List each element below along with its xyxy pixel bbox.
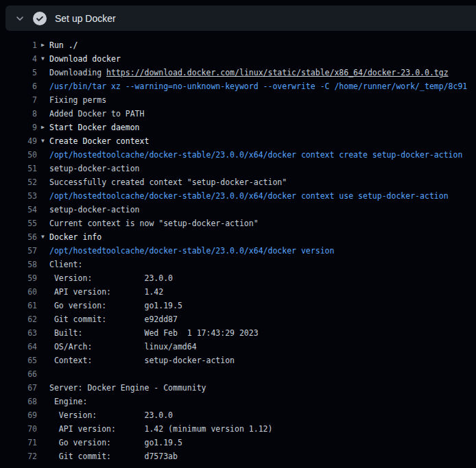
caret-spacer	[41, 408, 49, 422]
log-row: 60 API version: 1.42	[0, 285, 476, 299]
line-number[interactable]: 66	[5, 367, 37, 381]
check-circle-icon	[33, 12, 47, 25]
log-row: 52Successfully created context "setup-do…	[0, 175, 476, 189]
log-command-text: /usr/bin/tar xz --warning=no-unknown-key…	[49, 79, 467, 93]
log-text: Current context is now "setup-docker-act…	[49, 217, 259, 230]
log-text: Git commit: e92dd87	[49, 312, 178, 326]
caret-spacer	[41, 271, 49, 285]
caret-spacer	[41, 354, 49, 367]
caret-spacer	[41, 340, 49, 354]
log-command-text: /opt/hostedtoolcache/docker-stable/23.0.…	[49, 244, 334, 258]
caret-spacer	[41, 66, 49, 79]
caret-spacer	[41, 326, 49, 340]
line-number[interactable]: 9	[5, 121, 37, 134]
caret-spacer	[41, 367, 49, 381]
caret-spacer	[41, 175, 49, 189]
log-row: 69 Version: 23.0.0	[0, 408, 476, 422]
line-number[interactable]: 57	[5, 244, 37, 258]
line-number[interactable]: 67	[5, 381, 37, 395]
log-row: 6/usr/bin/tar xz --warning=no-unknown-ke…	[0, 79, 476, 93]
log-text: Go version: go1.19.5	[49, 299, 182, 312]
log-row: 72 Git commit: d7573ab	[0, 449, 476, 463]
line-number[interactable]: 63	[5, 326, 37, 340]
caret-spacer	[41, 258, 49, 271]
line-number[interactable]: 7	[5, 93, 37, 107]
line-number[interactable]: 6	[5, 79, 37, 93]
caret-spacer	[41, 107, 49, 121]
line-number[interactable]: 52	[5, 175, 37, 189]
caret-spacer	[41, 93, 49, 107]
line-number[interactable]: 53	[5, 189, 37, 203]
caret-down-icon[interactable]: ▼	[41, 230, 49, 244]
line-number[interactable]: 49	[5, 134, 37, 148]
caret-right-icon[interactable]: ▶	[41, 38, 49, 52]
caret-spacer	[41, 381, 49, 395]
caret-right-icon[interactable]: ▶	[41, 121, 49, 134]
log-text: Added Docker to PATH	[49, 107, 144, 121]
log-text: Go version: go1.19.5	[49, 436, 182, 449]
line-number[interactable]: 68	[5, 395, 37, 408]
log-text: Context: setup-docker-action	[49, 354, 235, 367]
line-number[interactable]: 69	[5, 408, 37, 422]
log-text: Server: Docker Engine - Community	[49, 381, 206, 395]
log-row: 66	[0, 367, 476, 381]
line-number[interactable]: 64	[5, 340, 37, 354]
line-number[interactable]: 50	[5, 148, 37, 162]
caret-down-icon[interactable]: ▼	[41, 52, 49, 66]
line-number[interactable]: 71	[5, 436, 37, 449]
log-group-row[interactable]: 9▶Start Docker daemon	[0, 121, 476, 134]
caret-spacer	[41, 79, 49, 93]
log-row: 7Fixing perms	[0, 93, 476, 107]
log-text: Client:	[49, 258, 82, 271]
line-number[interactable]: 55	[5, 217, 37, 230]
line-number[interactable]: 60	[5, 285, 37, 299]
log-text: API version: 1.42 (minimum version 1.12)	[49, 422, 272, 436]
line-number[interactable]: 56	[5, 230, 37, 244]
log-row: 70 API version: 1.42 (minimum version 1.…	[0, 422, 476, 436]
log-link[interactable]: https://download.docker.com/linux/static…	[106, 68, 449, 77]
group-title: Download docker	[49, 52, 121, 66]
log-text: API version: 1.42	[49, 285, 163, 299]
group-title: Run ./	[49, 38, 78, 52]
line-number[interactable]: 72	[5, 449, 37, 463]
line-number[interactable]: 5	[5, 66, 37, 79]
log-text: setup-docker-action	[49, 203, 140, 217]
log-row: 61 Go version: go1.19.5	[0, 299, 476, 312]
log-text: Downloading	[49, 68, 106, 77]
caret-spacer	[41, 299, 49, 312]
log-group-row[interactable]: 1▶Run ./	[0, 38, 476, 52]
log-text: Fixing perms	[49, 93, 106, 107]
log-group-row[interactable]: 56▼Docker info	[0, 230, 476, 244]
step-header[interactable]: Set up Docker	[5, 5, 476, 31]
caret-spacer	[41, 395, 49, 408]
line-number[interactable]: 61	[5, 299, 37, 312]
caret-down-icon[interactable]: ▼	[41, 134, 49, 148]
caret-spacer	[41, 422, 49, 436]
caret-spacer	[41, 285, 49, 299]
line-number[interactable]: 4	[5, 52, 37, 66]
line-number[interactable]: 65	[5, 354, 37, 367]
log-command-text: /opt/hostedtoolcache/docker-stable/23.0.…	[49, 148, 462, 162]
log-lines: 1▶Run ./4▼Download docker5Downloading ht…	[0, 38, 476, 463]
chevron-down-icon[interactable]	[14, 13, 25, 24]
caret-spacer	[41, 217, 49, 230]
log-row: 67Server: Docker Engine - Community	[0, 381, 476, 395]
log-group-row[interactable]: 49▼Create Docker context	[0, 134, 476, 148]
line-number[interactable]: 51	[5, 162, 37, 175]
log-row: 68 Engine:	[0, 395, 476, 408]
line-number[interactable]: 62	[5, 312, 37, 326]
log-group-row[interactable]: 4▼Download docker	[0, 52, 476, 66]
line-number[interactable]: 58	[5, 258, 37, 271]
line-number[interactable]: 70	[5, 422, 37, 436]
line-number[interactable]: 8	[5, 107, 37, 121]
log-text: setup-docker-action	[49, 162, 140, 175]
log-text: Version: 23.0.0	[49, 271, 173, 285]
log-row: 55Current context is now "setup-docker-a…	[0, 217, 476, 230]
log-text: Version: 23.0.0	[49, 408, 173, 422]
line-number[interactable]: 59	[5, 271, 37, 285]
line-number[interactable]: 1	[5, 38, 37, 52]
line-number[interactable]: 54	[5, 203, 37, 217]
log-row: 63 Built: Wed Feb 1 17:43:29 2023	[0, 326, 476, 340]
caret-spacer	[41, 312, 49, 326]
log-row: 57/opt/hostedtoolcache/docker-stable/23.…	[0, 244, 476, 258]
